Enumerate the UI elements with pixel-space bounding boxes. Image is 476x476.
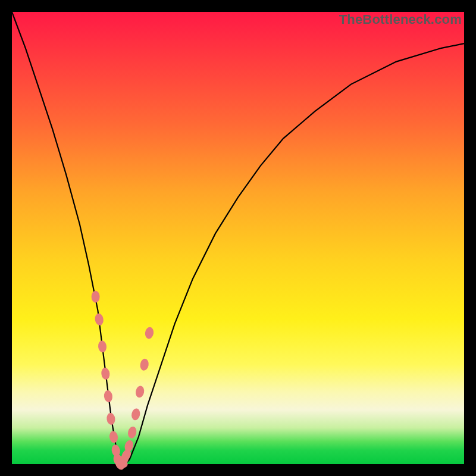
chart-svg [12,12,464,464]
chart-frame: TheBottleneck.com [12,12,464,464]
highlight-marker [104,390,113,403]
highlight-marker [134,385,145,398]
highlight-marker [94,313,104,326]
highlight-marker [145,327,155,340]
highlight-marker [127,425,137,439]
highlight-marker [92,291,100,303]
highlight-marker-group [92,291,155,471]
highlight-marker [101,367,110,380]
highlight-marker [139,358,149,371]
highlight-marker [130,408,141,421]
highlight-marker [98,340,107,353]
highlight-marker [109,430,119,443]
bottleneck-curve [12,12,464,464]
highlight-marker [106,412,115,425]
